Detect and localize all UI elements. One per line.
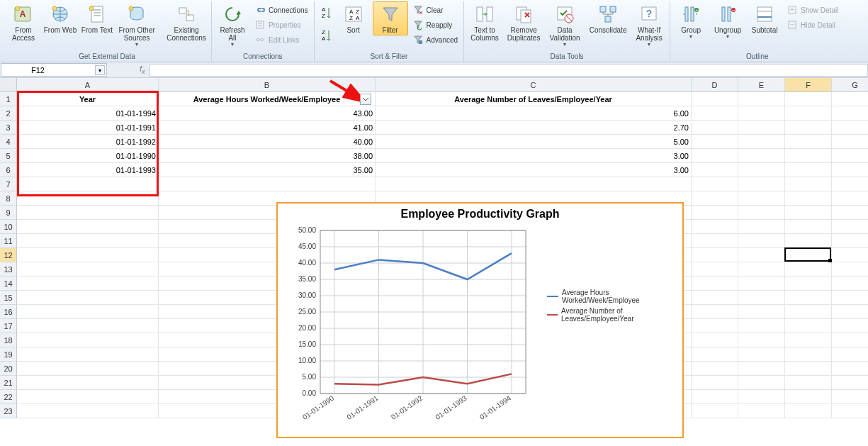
cell[interactable]: [785, 333, 832, 347]
row-header[interactable]: 15: [0, 291, 17, 305]
cell[interactable]: [832, 206, 868, 220]
cell[interactable]: [17, 347, 159, 362]
subtotal-button[interactable]: Subtotal: [747, 1, 782, 35]
cell[interactable]: [692, 121, 738, 135]
cell[interactable]: Average Hours Worked/Week/Employee: [159, 92, 376, 106]
ungroup-button[interactable]: −Ungroup▼: [710, 1, 745, 40]
cell[interactable]: 5.00: [376, 135, 692, 149]
row-header[interactable]: 11: [0, 234, 17, 248]
row-header[interactable]: 14: [0, 277, 17, 291]
cell[interactable]: 2.70: [376, 121, 692, 135]
cell[interactable]: [785, 376, 832, 390]
cell[interactable]: [738, 277, 785, 291]
cell[interactable]: [738, 106, 785, 121]
text-to-columns-button[interactable]: Text to Columns: [467, 1, 502, 43]
cell[interactable]: [692, 390, 738, 404]
cell[interactable]: [692, 404, 738, 418]
row-header[interactable]: 21: [0, 376, 17, 390]
from-web-button[interactable]: From Web: [43, 1, 78, 35]
cell[interactable]: [738, 234, 785, 248]
sort-desc-button[interactable]: ZA: [317, 26, 334, 48]
row-header[interactable]: 17: [0, 319, 17, 333]
row-header[interactable]: 7: [0, 177, 17, 191]
cell[interactable]: [832, 262, 868, 277]
column-header[interactable]: A: [17, 78, 159, 92]
column-header[interactable]: F: [785, 78, 832, 92]
cell[interactable]: 01-01-1992: [17, 135, 159, 149]
cell[interactable]: [832, 347, 868, 362]
cell[interactable]: [17, 376, 159, 390]
cell[interactable]: [738, 376, 785, 390]
row-header[interactable]: 5: [0, 149, 17, 163]
cell[interactable]: [17, 277, 159, 291]
cell[interactable]: 40.00: [159, 135, 376, 149]
from-access-button[interactable]: AFrom Access: [6, 1, 41, 43]
row-header[interactable]: 3: [0, 121, 17, 135]
cell[interactable]: [738, 362, 785, 376]
row-header[interactable]: 12: [0, 248, 17, 262]
cell[interactable]: [785, 106, 832, 121]
cell[interactable]: [832, 220, 868, 234]
cell[interactable]: 01-01-1993: [17, 163, 159, 177]
cell[interactable]: 41.00: [159, 121, 376, 135]
cell[interactable]: [832, 305, 868, 319]
cell[interactable]: [832, 234, 868, 248]
cell[interactable]: [785, 390, 832, 404]
cell[interactable]: [832, 333, 868, 347]
cell[interactable]: Year: [17, 92, 159, 106]
worksheet[interactable]: ABCDEFG 12345678910111213141516171819202…: [0, 78, 868, 446]
cell[interactable]: [785, 234, 832, 248]
what-if-button[interactable]: ?What-If Analysis▼: [631, 1, 667, 48]
row-header[interactable]: 13: [0, 262, 17, 277]
cell[interactable]: [738, 347, 785, 362]
cell[interactable]: [738, 135, 785, 149]
connections-button[interactable]: Connections: [252, 3, 311, 17]
cell[interactable]: [17, 362, 159, 376]
cell[interactable]: [785, 362, 832, 376]
cell[interactable]: [692, 291, 738, 305]
cell[interactable]: [832, 248, 868, 262]
cell[interactable]: [832, 319, 868, 333]
cell[interactable]: [692, 262, 738, 277]
cell[interactable]: [692, 333, 738, 347]
formula-input[interactable]: [150, 64, 868, 77]
row-header[interactable]: 18: [0, 333, 17, 347]
cell[interactable]: [785, 121, 832, 135]
cell[interactable]: [832, 149, 868, 163]
row-header[interactable]: 10: [0, 220, 17, 234]
cell[interactable]: Average Number of Leaves/Employee/Year: [376, 92, 692, 106]
row-header[interactable]: 8: [0, 191, 17, 206]
cell[interactable]: [785, 191, 832, 206]
cell[interactable]: [692, 177, 738, 191]
chart-container[interactable]: Employee Productivity Graph 0.005.0010.0…: [276, 202, 684, 438]
cell[interactable]: [17, 262, 159, 277]
cell[interactable]: [785, 92, 832, 106]
cell[interactable]: [832, 163, 868, 177]
cell[interactable]: 01-01-1991: [17, 121, 159, 135]
cell[interactable]: [785, 262, 832, 277]
cell[interactable]: [832, 291, 868, 305]
cell[interactable]: [832, 277, 868, 291]
cell[interactable]: [692, 163, 738, 177]
cell[interactable]: [738, 305, 785, 319]
row-header[interactable]: 4: [0, 135, 17, 149]
cell[interactable]: [692, 149, 738, 163]
cell[interactable]: [785, 404, 832, 418]
row-header[interactable]: 2: [0, 106, 17, 121]
cell[interactable]: 38.00: [159, 149, 376, 163]
sort-button[interactable]: AZZASort: [336, 1, 371, 35]
cell[interactable]: [785, 277, 832, 291]
column-header[interactable]: C: [376, 78, 692, 92]
cell[interactable]: [17, 248, 159, 262]
cell[interactable]: [17, 305, 159, 319]
row-header[interactable]: 6: [0, 163, 17, 177]
cell[interactable]: [17, 404, 159, 418]
cell[interactable]: [17, 390, 159, 404]
cell[interactable]: [785, 347, 832, 362]
sort-asc-button[interactable]: AZ: [317, 4, 334, 25]
cell[interactable]: [832, 177, 868, 191]
cell[interactable]: 35.00: [159, 163, 376, 177]
row-header[interactable]: 23: [0, 404, 17, 418]
column-header[interactable]: E: [738, 78, 785, 92]
cell[interactable]: [738, 163, 785, 177]
